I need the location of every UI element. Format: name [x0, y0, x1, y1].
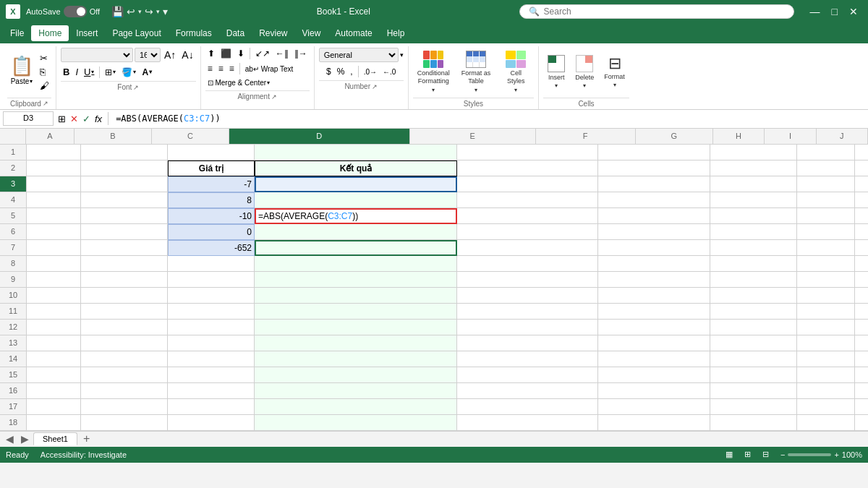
row-header-16[interactable]: 16 [0, 383, 26, 399]
cell-H18[interactable] [797, 415, 855, 431]
cell-G11[interactable] [710, 304, 797, 320]
autosave-toggle[interactable] [64, 6, 87, 17]
align-center-button[interactable]: ≡ [216, 63, 226, 74]
row-header-15[interactable]: 15 [0, 367, 26, 383]
cell-B17[interactable] [81, 399, 168, 415]
zoom-in-button[interactable]: + [834, 450, 838, 459]
text-direction-button[interactable]: ↙↗ [253, 48, 272, 59]
wrap-text-button[interactable]: ab↵ Wrap Text [243, 64, 296, 74]
cell-F2[interactable] [598, 160, 710, 176]
cell-D16[interactable] [255, 383, 457, 399]
view-layout-icon[interactable]: ⊞ [744, 450, 751, 459]
cell-H3[interactable] [797, 176, 855, 192]
cell-G17[interactable] [710, 399, 797, 415]
underline-button[interactable]: U ▾ [82, 66, 96, 78]
cell-F12[interactable] [598, 320, 710, 335]
cell-B15[interactable] [81, 367, 168, 383]
menu-data[interactable]: Data [219, 25, 252, 41]
alignment-expand-icon[interactable]: ↗ [271, 93, 277, 100]
indent-inc-button[interactable]: ‖→ [292, 48, 310, 59]
cell-H9[interactable] [797, 272, 855, 288]
cell-I15[interactable] [855, 367, 868, 383]
cell-G7[interactable] [710, 240, 797, 256]
cell-C17[interactable] [168, 399, 255, 415]
cell-A5[interactable] [27, 208, 81, 224]
sheet-tab-sheet1[interactable]: Sheet1 [33, 432, 77, 445]
cell-G14[interactable] [710, 351, 797, 367]
row-header-14[interactable]: 14 [0, 351, 26, 367]
cell-E12[interactable] [457, 320, 598, 335]
cell-C18[interactable] [168, 415, 255, 431]
cell-I2[interactable] [855, 160, 868, 176]
cell-G13[interactable] [710, 335, 797, 351]
cell-D5[interactable]: =ABS(AVERAGE(C3:C7)) [255, 208, 457, 224]
cell-B5[interactable] [81, 208, 168, 224]
cell-B13[interactable] [81, 335, 168, 351]
row-header-12[interactable]: 12 [0, 320, 26, 335]
cell-E3[interactable] [457, 176, 598, 192]
cell-C3[interactable]: -7 [168, 176, 255, 192]
cell-C1[interactable] [168, 145, 255, 160]
paste-button[interactable]: 📋 Paste ▾ [7, 52, 36, 88]
border-button[interactable]: ⊞ ▾ [103, 67, 118, 78]
cell-reference-box[interactable]: D3 [3, 111, 54, 126]
col-header-A[interactable]: A [26, 129, 75, 144]
cell-I16[interactable] [855, 383, 868, 399]
cell-B4[interactable] [81, 192, 168, 208]
cell-I4[interactable] [855, 192, 868, 208]
cell-G18[interactable] [710, 415, 797, 431]
cell-I7[interactable] [855, 240, 868, 256]
cell-F18[interactable] [598, 415, 710, 431]
cell-F13[interactable] [598, 335, 710, 351]
number-format-select[interactable]: General [319, 48, 399, 62]
conditional-formatting-button[interactable]: ConditionalFormatting ▾ [413, 48, 454, 96]
cell-I10[interactable] [855, 288, 868, 304]
row-header-17[interactable]: 17 [0, 399, 26, 415]
cell-D8[interactable] [255, 256, 457, 272]
cell-D13[interactable] [255, 335, 457, 351]
cell-E6[interactable] [457, 224, 598, 240]
cell-E2[interactable] [457, 160, 598, 176]
cell-A4[interactable] [27, 192, 81, 208]
redo-dropdown-icon[interactable]: ▾ [156, 8, 160, 15]
font-family-select[interactable] [61, 48, 133, 62]
add-sheet-button[interactable]: + [79, 432, 94, 445]
cell-H5[interactable] [797, 208, 855, 224]
cell-D7[interactable] [255, 240, 457, 256]
delete-button[interactable]: Delete ▾ [571, 52, 598, 92]
cell-E10[interactable] [457, 288, 598, 304]
cell-A2[interactable] [27, 160, 81, 176]
cell-C13[interactable] [168, 335, 255, 351]
cell-E4[interactable] [457, 192, 598, 208]
cell-H4[interactable] [797, 192, 855, 208]
cell-G4[interactable] [710, 192, 797, 208]
cell-E18[interactable] [457, 415, 598, 431]
cell-C9[interactable] [168, 272, 255, 288]
cell-G15[interactable] [710, 367, 797, 383]
cell-G1[interactable] [710, 145, 797, 160]
cell-H8[interactable] [797, 256, 855, 272]
row-header-7[interactable]: 7 [0, 240, 26, 256]
cell-A3[interactable] [27, 176, 81, 192]
redo-icon[interactable]: ↪ [145, 6, 153, 17]
format-as-table-button[interactable]: Format asTable ▾ [457, 48, 495, 96]
insert-button[interactable]: Insert ▾ [543, 52, 569, 92]
cell-E17[interactable] [457, 399, 598, 415]
col-header-E[interactable]: E [410, 129, 536, 144]
font-size-select[interactable]: 16 [135, 48, 161, 62]
row-header-11[interactable]: 11 [0, 304, 26, 320]
cell-G3[interactable] [710, 176, 797, 192]
number-format-expand-icon[interactable]: ▾ [400, 51, 404, 59]
cell-E11[interactable] [457, 304, 598, 320]
cell-H6[interactable] [797, 224, 855, 240]
menu-file[interactable]: File [3, 25, 31, 41]
minimize-icon[interactable]: — [806, 6, 825, 17]
cell-F3[interactable] [598, 176, 710, 192]
indent-dec-button[interactable]: ←‖ [273, 48, 291, 59]
search-bar[interactable]: 🔍 [519, 4, 794, 19]
font-size-dec-button[interactable]: A↓ [179, 48, 195, 61]
cell-G6[interactable] [710, 224, 797, 240]
cell-H2[interactable] [797, 160, 855, 176]
cell-B7[interactable] [81, 240, 168, 256]
cell-C16[interactable] [168, 383, 255, 399]
